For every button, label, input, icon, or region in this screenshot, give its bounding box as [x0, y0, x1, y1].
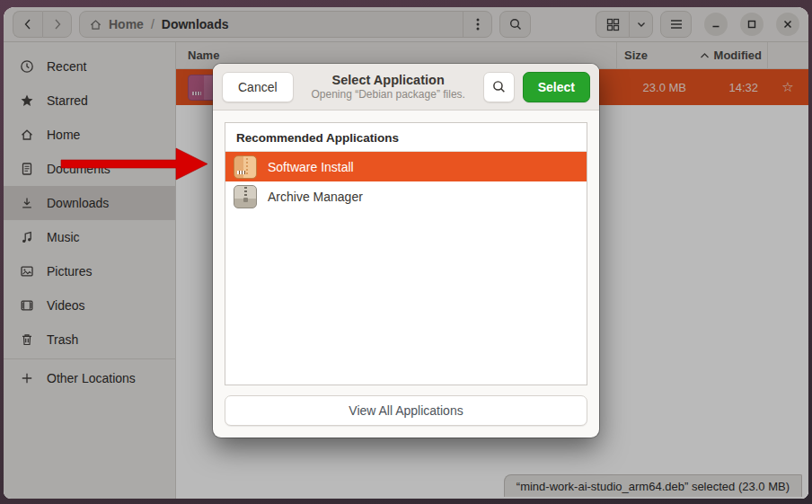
dialog-title: Select Application: [332, 72, 445, 88]
dialog-body: Recommended Applications Software Instal…: [213, 111, 599, 438]
dialog-titles: Select Application Opening “Debian packa…: [302, 72, 475, 102]
dialog-search-button[interactable]: [483, 72, 515, 102]
app-name: Archive Manager: [268, 190, 363, 204]
select-button[interactable]: Select: [523, 72, 590, 102]
app-name: Software Install: [268, 160, 354, 174]
search-icon: [491, 79, 507, 94]
app-row-software-install[interactable]: Software Install: [225, 152, 587, 181]
dialog-header: Cancel Select Application Opening “Debia…: [213, 64, 599, 111]
archive-manager-icon: [234, 185, 257, 208]
cancel-button[interactable]: Cancel: [222, 72, 294, 102]
applications-list: Recommended Applications Software Instal…: [225, 122, 587, 385]
recommended-section-header: Recommended Applications: [225, 123, 587, 152]
select-application-dialog: Cancel Select Application Opening “Debia…: [213, 64, 599, 438]
view-all-applications-button[interactable]: View All Applications: [225, 395, 587, 426]
app-row-archive-manager[interactable]: Archive Manager: [225, 181, 587, 211]
dialog-subtitle: Opening “Debian package” files.: [311, 88, 464, 102]
software-install-icon: [234, 155, 257, 179]
